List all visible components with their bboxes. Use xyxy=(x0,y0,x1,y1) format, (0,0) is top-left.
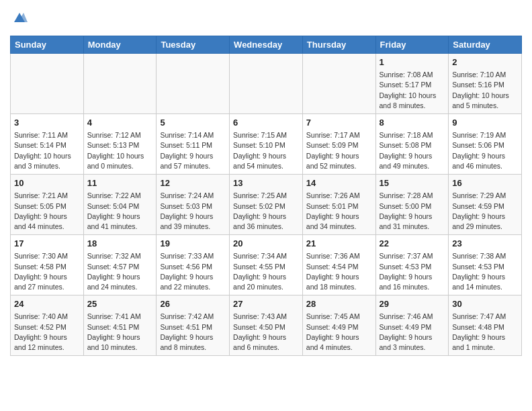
day-number: 10 xyxy=(14,177,80,189)
calendar-cell: 24Sunrise: 7:40 AM Sunset: 4:52 PM Dayli… xyxy=(11,295,84,356)
day-number: 6 xyxy=(233,117,299,129)
calendar-week-row: 17Sunrise: 7:30 AM Sunset: 4:58 PM Dayli… xyxy=(11,235,522,295)
calendar-cell: 20Sunrise: 7:34 AM Sunset: 4:55 PM Dayli… xyxy=(230,235,303,295)
day-number: 16 xyxy=(452,177,518,189)
calendar-cell: 2Sunrise: 7:10 AM Sunset: 5:16 PM Daylig… xyxy=(449,54,522,114)
calendar-cell xyxy=(302,54,375,114)
day-info: Sunrise: 7:08 AM Sunset: 5:17 PM Dayligh… xyxy=(380,70,445,111)
day-number: 18 xyxy=(87,238,153,250)
day-info: Sunrise: 7:17 AM Sunset: 5:09 PM Dayligh… xyxy=(306,130,372,171)
calendar-week-row: 10Sunrise: 7:21 AM Sunset: 5:05 PM Dayli… xyxy=(11,175,522,235)
calendar-cell: 10Sunrise: 7:21 AM Sunset: 5:05 PM Dayli… xyxy=(11,175,84,235)
calendar-cell: 1Sunrise: 7:08 AM Sunset: 5:17 PM Daylig… xyxy=(375,54,449,114)
day-info: Sunrise: 7:24 AM Sunset: 5:03 PM Dayligh… xyxy=(160,191,226,232)
day-info: Sunrise: 7:30 AM Sunset: 4:58 PM Dayligh… xyxy=(14,251,80,292)
day-number: 28 xyxy=(306,298,372,310)
day-number: 14 xyxy=(306,177,372,189)
calendar-cell: 13Sunrise: 7:25 AM Sunset: 5:02 PM Dayli… xyxy=(230,175,303,235)
day-number: 9 xyxy=(452,117,518,129)
day-number: 7 xyxy=(306,117,372,129)
calendar-cell: 15Sunrise: 7:28 AM Sunset: 5:00 PM Dayli… xyxy=(375,175,449,235)
day-info: Sunrise: 7:41 AM Sunset: 4:51 PM Dayligh… xyxy=(87,312,153,353)
calendar-cell: 28Sunrise: 7:45 AM Sunset: 4:49 PM Dayli… xyxy=(302,295,375,356)
day-info: Sunrise: 7:29 AM Sunset: 4:59 PM Dayligh… xyxy=(452,191,518,232)
header-saturday: Saturday xyxy=(449,36,522,54)
day-number: 26 xyxy=(160,298,226,310)
day-info: Sunrise: 7:47 AM Sunset: 4:48 PM Dayligh… xyxy=(452,312,518,353)
calendar-week-row: 3Sunrise: 7:11 AM Sunset: 5:14 PM Daylig… xyxy=(11,114,522,175)
calendar-cell: 22Sunrise: 7:37 AM Sunset: 4:53 PM Dayli… xyxy=(375,235,449,295)
day-number: 23 xyxy=(452,238,518,250)
calendar-cell: 29Sunrise: 7:46 AM Sunset: 4:49 PM Dayli… xyxy=(375,295,449,356)
day-info: Sunrise: 7:38 AM Sunset: 4:53 PM Dayligh… xyxy=(452,251,518,292)
calendar-week-row: 24Sunrise: 7:40 AM Sunset: 4:52 PM Dayli… xyxy=(11,295,522,356)
calendar-cell: 12Sunrise: 7:24 AM Sunset: 5:03 PM Dayli… xyxy=(157,175,230,235)
day-number: 4 xyxy=(87,117,153,129)
day-info: Sunrise: 7:40 AM Sunset: 4:52 PM Dayligh… xyxy=(14,312,80,353)
header-wednesday: Wednesday xyxy=(230,36,303,54)
day-info: Sunrise: 7:34 AM Sunset: 4:55 PM Dayligh… xyxy=(233,251,299,292)
calendar-cell: 9Sunrise: 7:19 AM Sunset: 5:06 PM Daylig… xyxy=(449,114,522,175)
day-number: 24 xyxy=(14,298,80,310)
day-info: Sunrise: 7:11 AM Sunset: 5:14 PM Dayligh… xyxy=(14,130,80,171)
day-info: Sunrise: 7:10 AM Sunset: 5:16 PM Dayligh… xyxy=(452,70,518,111)
calendar-cell: 8Sunrise: 7:18 AM Sunset: 5:08 PM Daylig… xyxy=(375,114,449,175)
header-friday: Friday xyxy=(375,36,449,54)
calendar-cell: 3Sunrise: 7:11 AM Sunset: 5:14 PM Daylig… xyxy=(11,114,84,175)
day-info: Sunrise: 7:15 AM Sunset: 5:10 PM Dayligh… xyxy=(233,130,299,171)
calendar-cell: 6Sunrise: 7:15 AM Sunset: 5:10 PM Daylig… xyxy=(230,114,303,175)
calendar-cell: 5Sunrise: 7:14 AM Sunset: 5:11 PM Daylig… xyxy=(157,114,230,175)
calendar-cell: 17Sunrise: 7:30 AM Sunset: 4:58 PM Dayli… xyxy=(11,235,84,295)
day-number: 3 xyxy=(14,117,80,129)
calendar-week-row: 1Sunrise: 7:08 AM Sunset: 5:17 PM Daylig… xyxy=(11,54,522,114)
calendar-cell xyxy=(157,54,230,114)
calendar-cell: 19Sunrise: 7:33 AM Sunset: 4:56 PM Dayli… xyxy=(157,235,230,295)
calendar-cell: 23Sunrise: 7:38 AM Sunset: 4:53 PM Dayli… xyxy=(449,235,522,295)
calendar-cell: 14Sunrise: 7:26 AM Sunset: 5:01 PM Dayli… xyxy=(302,175,375,235)
day-number: 12 xyxy=(160,177,226,189)
day-number: 27 xyxy=(233,298,299,310)
header-thursday: Thursday xyxy=(302,36,375,54)
calendar-table: SundayMondayTuesdayWednesdayThursdayFrid… xyxy=(10,36,522,356)
page-header xyxy=(10,7,522,29)
day-info: Sunrise: 7:33 AM Sunset: 4:56 PM Dayligh… xyxy=(160,251,226,292)
header-monday: Monday xyxy=(83,36,157,54)
day-info: Sunrise: 7:21 AM Sunset: 5:05 PM Dayligh… xyxy=(14,191,80,232)
calendar-cell: 16Sunrise: 7:29 AM Sunset: 4:59 PM Dayli… xyxy=(449,175,522,235)
day-info: Sunrise: 7:14 AM Sunset: 5:11 PM Dayligh… xyxy=(160,130,226,171)
day-number: 20 xyxy=(233,238,299,250)
calendar-cell: 7Sunrise: 7:17 AM Sunset: 5:09 PM Daylig… xyxy=(302,114,375,175)
day-info: Sunrise: 7:46 AM Sunset: 4:49 PM Dayligh… xyxy=(380,312,445,353)
calendar-cell: 25Sunrise: 7:41 AM Sunset: 4:51 PM Dayli… xyxy=(83,295,157,356)
day-number: 29 xyxy=(380,298,445,310)
calendar-cell: 27Sunrise: 7:43 AM Sunset: 4:50 PM Dayli… xyxy=(230,295,303,356)
calendar-cell xyxy=(83,54,157,114)
calendar-cell: 11Sunrise: 7:22 AM Sunset: 5:04 PM Dayli… xyxy=(83,175,157,235)
day-info: Sunrise: 7:18 AM Sunset: 5:08 PM Dayligh… xyxy=(380,130,445,171)
day-info: Sunrise: 7:12 AM Sunset: 5:13 PM Dayligh… xyxy=(87,130,153,171)
day-info: Sunrise: 7:28 AM Sunset: 5:00 PM Dayligh… xyxy=(380,191,445,232)
calendar-cell xyxy=(11,54,84,114)
day-number: 5 xyxy=(160,117,226,129)
header-tuesday: Tuesday xyxy=(157,36,230,54)
logo xyxy=(10,7,28,29)
day-info: Sunrise: 7:43 AM Sunset: 4:50 PM Dayligh… xyxy=(233,312,299,353)
day-number: 2 xyxy=(452,56,518,68)
day-number: 13 xyxy=(233,177,299,189)
calendar-header-row: SundayMondayTuesdayWednesdayThursdayFrid… xyxy=(11,36,522,54)
day-number: 15 xyxy=(380,177,445,189)
day-number: 17 xyxy=(14,238,80,250)
day-number: 11 xyxy=(87,177,153,189)
logo-icon xyxy=(11,10,28,26)
day-number: 25 xyxy=(87,298,153,310)
day-info: Sunrise: 7:26 AM Sunset: 5:01 PM Dayligh… xyxy=(306,191,372,232)
day-info: Sunrise: 7:19 AM Sunset: 5:06 PM Dayligh… xyxy=(452,130,518,171)
calendar-cell: 18Sunrise: 7:32 AM Sunset: 4:57 PM Dayli… xyxy=(83,235,157,295)
calendar-cell: 21Sunrise: 7:36 AM Sunset: 4:54 PM Dayli… xyxy=(302,235,375,295)
day-number: 8 xyxy=(380,117,445,129)
day-number: 21 xyxy=(306,238,372,250)
day-number: 22 xyxy=(380,238,445,250)
day-number: 1 xyxy=(380,56,445,68)
day-number: 30 xyxy=(452,298,518,310)
day-number: 19 xyxy=(160,238,226,250)
